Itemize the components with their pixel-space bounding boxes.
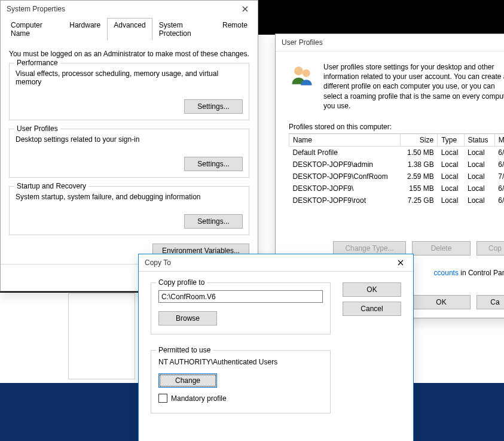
col-type[interactable]: Type xyxy=(438,133,464,146)
cell-type: Local xyxy=(438,194,464,206)
cell-name: Default Profile xyxy=(289,146,401,159)
system-properties-window: System Properties Computer Name Hardware… xyxy=(0,0,258,291)
cell-m: 6/8 xyxy=(494,194,504,206)
cell-m: 6/2 xyxy=(494,183,504,194)
tabs: Computer Name Hardware Advanced System P… xyxy=(4,17,254,40)
table-row[interactable]: DESKTOP-JOPF9\155 MBLocalLocal6/2 xyxy=(289,183,505,194)
group-copy-profile-to: Copy profile to Browse xyxy=(151,282,331,334)
cell-size: 1.38 GB xyxy=(401,159,438,171)
cell-status: Local xyxy=(464,159,494,171)
group-legend: User Profiles xyxy=(14,124,60,133)
group-user-profiles: User Profiles Desktop settings related t… xyxy=(9,129,249,178)
window-title: User Profiles xyxy=(282,38,323,47)
col-status[interactable]: Status xyxy=(464,133,494,146)
cell-size: 2.59 MB xyxy=(401,171,438,183)
checkbox-label: Mandatory profile xyxy=(171,394,227,403)
col-modified[interactable]: M xyxy=(494,133,504,146)
cell-type: Local xyxy=(438,171,464,183)
cell-type: Local xyxy=(438,146,464,159)
tab-system-protection[interactable]: System Protection xyxy=(152,18,216,40)
svg-point-0 xyxy=(294,66,303,75)
cancel-button[interactable]: Cancel xyxy=(343,302,401,316)
group-legend: Permitted to use xyxy=(156,346,213,354)
performance-settings-button[interactable]: Settings... xyxy=(184,99,243,114)
tab-remote[interactable]: Remote xyxy=(216,18,254,40)
ok-button[interactable]: OK xyxy=(412,295,471,309)
table-row[interactable]: DESKTOP-JOPF9\root7.25 GBLocalLocal6/8 xyxy=(289,194,505,206)
copy-to-dialog: Copy To Copy profile to Browse Permitted… xyxy=(138,254,414,441)
checkbox-icon xyxy=(158,394,167,403)
close-icon[interactable] xyxy=(392,256,410,269)
cell-type: Local xyxy=(438,159,464,171)
cell-status: Local xyxy=(464,146,494,159)
group-legend: Performance xyxy=(14,59,60,67)
user-profiles-settings-button[interactable]: Settings... xyxy=(184,157,243,171)
change-button[interactable]: Change xyxy=(158,373,217,388)
cell-status: Local xyxy=(464,183,494,194)
cell-status: Local xyxy=(464,171,494,183)
mandatory-profile-checkbox[interactable]: Mandatory profile xyxy=(158,394,227,403)
cell-name: DESKTOP-JOPF9\admin xyxy=(289,159,401,171)
col-name[interactable]: Name xyxy=(289,133,401,146)
table-row[interactable]: DESKTOP-JOPF9\ConfRoom2.59 MBLocalLocal7… xyxy=(289,171,505,183)
browse-button[interactable]: Browse xyxy=(158,311,217,326)
description: User profiles store settings for your de… xyxy=(323,62,504,111)
cell-type: Local xyxy=(438,183,464,194)
group-desc: System startup, system failure, and debu… xyxy=(16,193,243,201)
tab-advanced[interactable]: Advanced xyxy=(107,18,152,40)
cell-status: Local xyxy=(464,194,494,206)
svg-point-1 xyxy=(303,69,310,77)
tab-computer-name[interactable]: Computer Name xyxy=(4,18,63,40)
window-title: System Properties xyxy=(7,5,65,13)
group-desc: Desktop settings related to your sign-in xyxy=(16,135,243,144)
cell-name: DESKTOP-JOPF9\ xyxy=(289,183,401,194)
background-card xyxy=(68,293,135,379)
col-size[interactable]: Size xyxy=(401,133,438,146)
group-legend: Startup and Recovery xyxy=(14,182,88,190)
startup-settings-button[interactable]: Settings... xyxy=(184,214,243,229)
destination-path-input[interactable] xyxy=(158,290,323,303)
close-icon[interactable] xyxy=(236,2,254,16)
cell-m: 6/2 xyxy=(494,146,504,159)
cell-size: 155 MB xyxy=(401,183,438,194)
cell-size: 1.50 MB xyxy=(401,146,438,159)
admin-note: You must be logged on as an Administrato… xyxy=(9,50,249,58)
cell-m: 7/9 xyxy=(494,171,504,183)
group-legend: Copy profile to xyxy=(156,278,207,287)
group-desc: Visual effects, processor scheduling, me… xyxy=(16,69,243,86)
group-permitted-to-use: Permitted to use NT AUTHORITY\Authentica… xyxy=(151,350,331,413)
ok-button[interactable]: OK xyxy=(343,282,401,297)
cell-size: 7.25 GB xyxy=(401,194,438,206)
profiles-table: Name Size Type Status M Default Profile1… xyxy=(289,133,504,206)
delete-button[interactable]: Delete xyxy=(412,241,471,256)
cell-m: 6/1 xyxy=(494,159,504,171)
group-startup-recovery: Startup and Recovery System startup, sys… xyxy=(9,186,249,235)
user-accounts-link[interactable]: ccounts xyxy=(434,269,459,277)
users-icon xyxy=(289,62,315,89)
window-title: Copy To xyxy=(145,258,171,267)
table-row[interactable]: Default Profile1.50 MBLocalLocal6/2 xyxy=(289,146,505,159)
group-performance: Performance Visual effects, processor sc… xyxy=(9,63,249,120)
stored-label: Profiles stored on this computer: xyxy=(289,123,504,131)
tab-hardware[interactable]: Hardware xyxy=(63,18,107,40)
cell-name: DESKTOP-JOPF9\root xyxy=(289,194,401,206)
copy-to-button[interactable]: Cop xyxy=(476,241,504,256)
table-row[interactable]: DESKTOP-JOPF9\admin1.38 GBLocalLocal6/1 xyxy=(289,159,505,171)
cell-name: DESKTOP-JOPF9\ConfRoom xyxy=(289,171,401,183)
permitted-user: NT AUTHORITY\Authenticated Users xyxy=(158,358,323,366)
cancel-button[interactable]: Ca xyxy=(476,295,504,309)
